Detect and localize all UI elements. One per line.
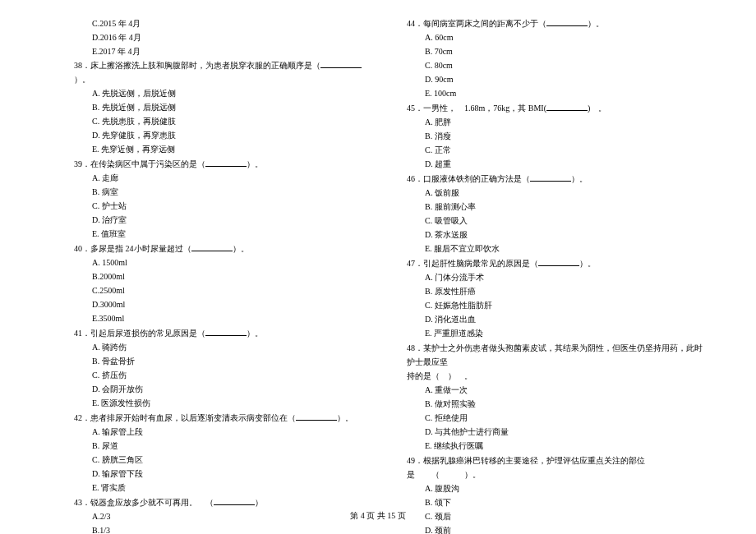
option: E. 100cm (407, 86, 707, 100)
option: A. 60cm (407, 30, 707, 44)
answer-blank[interactable] (320, 59, 362, 68)
option: A. 骑跨伤 (74, 340, 374, 354)
option: A. 门体分流手术 (407, 270, 707, 284)
option: C. 先脱患肢，再脱健肢 (74, 114, 374, 128)
option: B. 做对照实验 (407, 397, 707, 411)
option: D. 治疗室 (74, 213, 374, 227)
option: B. 70cm (407, 44, 707, 58)
option: E. 继续执行医嘱 (407, 439, 707, 453)
option: D. 输尿管下段 (74, 467, 374, 481)
option: A. 腹股沟 (407, 481, 707, 495)
question-42: 42．患者排尿开始时有血尿，以后逐渐变清表示病变部位在（）。 A. 输尿管上段 … (74, 411, 374, 495)
question-text: 45．一男性， 1.68m，76kg，其 BMI() 。 (407, 101, 707, 115)
question-text: 46．口服液体铁剂的正确方法是（）。 (407, 172, 707, 186)
page-footer: 第 4 页 共 15 页 (0, 510, 756, 522)
option: B. 颌下 (407, 495, 707, 509)
two-column-layout: C.2015 年 4月 D.2016 年 4月 E.2017 年 4月 38．床… (74, 16, 707, 476)
continued-options-q37: C.2015 年 4月 D.2016 年 4月 E.2017 年 4月 (74, 16, 374, 58)
left-column: C.2015 年 4月 D.2016 年 4月 E.2017 年 4月 38．床… (74, 16, 374, 476)
question-text-line2: 持的是（ ） 。 (407, 369, 707, 383)
answer-blank[interactable] (214, 496, 255, 505)
question-text: 41．引起后尿道损伤的常见原因是（）。 (74, 326, 374, 340)
option: A. 走廊 (74, 171, 374, 185)
question-text: 43．锐器盒应放多少就不可再用。 （） (74, 495, 374, 509)
question-text: 47．引起肝性脑病最常见的原因是（）。 (407, 256, 707, 270)
option: C. 正常 (407, 143, 707, 157)
option: E.3500ml (74, 311, 374, 325)
option: B. 骨盆骨折 (74, 354, 374, 368)
question-38: 38．床上擦浴擦洗上肢和胸腹部时，为患者脱穿衣服的正确顺序是（）。 A. 先脱远… (74, 58, 374, 156)
option: A. 先脱远侧，后脱近侧 (74, 86, 374, 100)
exam-page: C.2015 年 4月 D.2016 年 4月 E.2017 年 4月 38．床… (0, 0, 756, 534)
option: B. 先脱近侧，后脱远侧 (74, 100, 374, 114)
option: C. 护士站 (74, 199, 374, 213)
option: E.2017 年 4月 (74, 44, 374, 58)
option: E. 服后不宜立即饮水 (407, 242, 707, 255)
option: E. 医源发性损伤 (74, 396, 374, 410)
option: D. 超重 (407, 157, 707, 171)
answer-blank[interactable] (546, 102, 588, 111)
option: C. 拒绝使用 (407, 411, 707, 425)
footer-text: 第 4 页 共 15 页 (350, 511, 406, 520)
question-45: 45．一男性， 1.68m，76kg，其 BMI() 。 A. 肥胖 B. 消瘦… (407, 101, 707, 171)
option: C. 80cm (407, 58, 707, 72)
question-text: 44．每间病室两床之间的距离不少于（）。 (407, 16, 707, 30)
question-text: 40．多尿是指 24小时尿量超过（）。 (74, 242, 374, 255)
question-44: 44．每间病室两床之间的距离不少于（）。 A. 60cm B. 70cm C. … (407, 16, 707, 100)
option: E. 严重胆道感染 (407, 326, 707, 340)
option: C. 妊娠急性脂肪肝 (407, 298, 707, 312)
question-text: 39．在传染病区中属于污染区的是（）。 (74, 157, 374, 171)
option: A. 1500ml (74, 255, 374, 269)
option: B. 原发性肝癌 (407, 284, 707, 298)
answer-blank[interactable] (205, 158, 247, 167)
answer-blank[interactable] (538, 257, 579, 266)
option: B. 病室 (74, 185, 374, 199)
option: C.2015 年 4月 (74, 16, 374, 30)
option: D.2016 年 4月 (74, 30, 374, 44)
question-text: 38．床上擦浴擦洗上肢和胸腹部时，为患者脱穿衣服的正确顺序是（）。 (74, 58, 374, 86)
answer-blank[interactable] (191, 242, 233, 251)
question-48: 48．某护士之外伤患者做头孢菌素皮试，其结果为阴性，但医生仍坚持用药，此时护士最… (407, 341, 707, 453)
option: A. 输尿管上段 (74, 425, 374, 439)
option: D. 会阴开放伤 (74, 382, 374, 396)
option: E. 先穿近侧，再穿远侧 (74, 142, 374, 156)
question-41: 41．引起后尿道损伤的常见原因是（）。 A. 骑跨伤 B. 骨盆骨折 C. 挤压… (74, 326, 374, 410)
option: D. 消化道出血 (407, 312, 707, 326)
option: A. 饭前服 (407, 186, 707, 200)
question-46: 46．口服液体铁剂的正确方法是（）。 A. 饭前服 B. 服前测心率 C. 吸管… (407, 172, 707, 255)
option: A. 重做一次 (407, 383, 707, 397)
option: B.1/3 (74, 523, 374, 534)
option: D. 与其他护士进行商量 (407, 425, 707, 439)
right-column: 44．每间病室两床之间的距离不少于（）。 A. 60cm B. 70cm C. … (407, 16, 707, 476)
option: C. 吸管吸入 (407, 214, 707, 228)
question-39: 39．在传染病区中属于污染区的是（）。 A. 走廊 B. 病室 C. 护士站 D… (74, 157, 374, 241)
option: C. 膀胱三角区 (74, 453, 374, 467)
option: E. 肾实质 (74, 481, 374, 495)
option: C.2500ml (74, 283, 374, 297)
option: D. 先穿健肢，再穿患肢 (74, 128, 374, 142)
option: D. 90cm (407, 72, 707, 86)
answer-blank[interactable] (530, 173, 571, 182)
option: B. 服前测心率 (407, 200, 707, 214)
question-40: 40．多尿是指 24小时尿量超过（）。 A. 1500ml B.2000ml C… (74, 242, 374, 325)
question-47: 47．引起肝性脑病最常见的原因是（）。 A. 门体分流手术 B. 原发性肝癌 C… (407, 256, 707, 340)
option: D. 茶水送服 (407, 228, 707, 242)
option: B.2000ml (74, 269, 374, 283)
option: B. 尿道 (74, 439, 374, 453)
question-text: 48．某护士之外伤患者做头孢菌素皮试，其结果为阴性，但医生仍坚持用药，此时护士最… (407, 341, 707, 369)
option: A. 肥胖 (407, 115, 707, 129)
option: B. 消瘦 (407, 129, 707, 143)
question-text: 49．根据乳腺癌淋巴转移的主要途径，护理评估应重点关注的部位是 （ ）。 (407, 453, 707, 481)
answer-blank[interactable] (546, 17, 588, 26)
option: D.3000ml (74, 297, 374, 311)
answer-blank[interactable] (296, 412, 337, 421)
question-49: 49．根据乳腺癌淋巴转移的主要途径，护理评估应重点关注的部位是 （ ）。 A. … (407, 453, 707, 534)
question-text: 42．患者排尿开始时有血尿，以后逐渐变清表示病变部位在（）。 (74, 411, 374, 425)
option: C. 挤压伤 (74, 368, 374, 382)
option: E. 值班室 (74, 227, 374, 241)
answer-blank[interactable] (205, 327, 247, 336)
option: D. 颈前 (407, 523, 707, 534)
